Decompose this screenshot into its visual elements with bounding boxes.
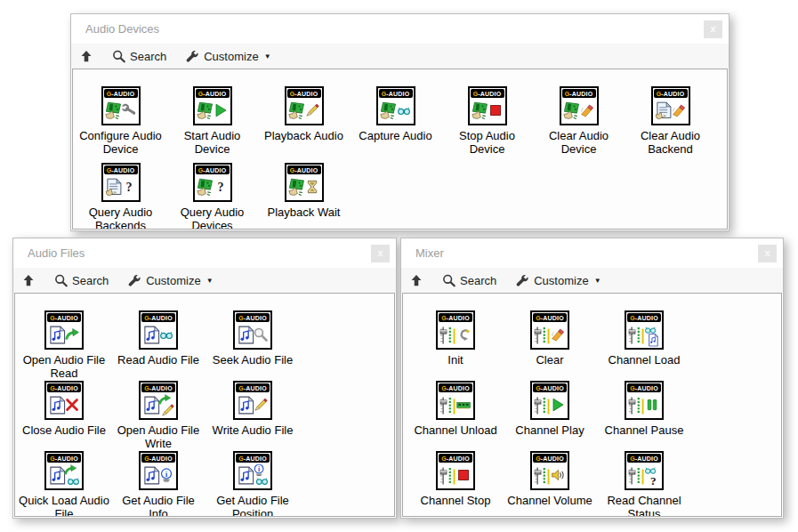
g-audio-band: G-AUDIO xyxy=(104,165,138,174)
palette-item-playback-wait[interactable]: G-AUDIOPlayback Wait xyxy=(258,163,350,230)
palette-item-label: Query Audio Backends xyxy=(75,206,166,230)
customize-button[interactable]: Customize ▼ xyxy=(128,274,213,287)
palette-item-read-audio-file[interactable]: G-AUDIORead Audio File xyxy=(111,310,206,381)
search-button[interactable]: Search xyxy=(442,274,496,287)
window-title: Mixer xyxy=(415,246,758,260)
palette-item-channel-volume[interactable]: G-AUDIOChannel Volume xyxy=(503,451,597,517)
up-arrow-icon xyxy=(22,274,35,286)
chevron-down-icon: ▼ xyxy=(594,277,601,285)
chevron-down-icon: ▼ xyxy=(206,277,214,285)
g-audio-band: G-AUDIO xyxy=(471,89,504,98)
palette-grid: G-AUDIOInitG-AUDIOClearG-AUDIOChannel Lo… xyxy=(403,294,781,517)
palette-item-channel-load[interactable]: G-AUDIOChannel Load xyxy=(597,310,691,381)
palette-item-query-audio-backends[interactable]: G-AUDIOQuery Audio Backends xyxy=(75,163,166,230)
titlebar[interactable]: Audio Devices x xyxy=(71,14,729,44)
up-button[interactable] xyxy=(80,50,93,62)
titlebar[interactable]: Mixer x xyxy=(401,238,783,268)
vi-icon-speaker: G-AUDIO xyxy=(101,86,141,125)
g-audio-band: G-AUDIO xyxy=(533,383,567,392)
palette-item-get-audio-file-position[interactable]: G-AUDIOGet Audio File Position xyxy=(206,451,300,517)
customize-button[interactable]: Customize ▼ xyxy=(186,50,270,63)
g-audio-band: G-AUDIO xyxy=(236,454,270,463)
playback-wait-icon xyxy=(287,175,321,199)
g-audio-band: G-AUDIO xyxy=(47,383,81,392)
palette-item-playback-audio[interactable]: G-AUDIOPlayback Audio xyxy=(258,86,350,163)
palette-item-seek-audio-file[interactable]: G-AUDIOSeek Audio File xyxy=(206,310,300,381)
palette-grid: G-AUDIOConfigure Audio DeviceG-AUDIOStar… xyxy=(73,69,727,230)
vi-icon-fader: G-AUDIO xyxy=(436,310,475,350)
palette-content: G-AUDIOOpen Audio File ReadG-AUDIORead A… xyxy=(14,293,395,517)
palette-item-label: Playback Audio xyxy=(263,129,344,142)
up-button[interactable] xyxy=(22,274,35,286)
palette-item-clear-audio-backend[interactable]: G-AUDIOClear Audio Backend xyxy=(625,86,716,163)
vi-icon-speaker: G-AUDIO xyxy=(468,86,507,125)
seek-audio-file-icon xyxy=(236,323,270,347)
close-icon[interactable]: x xyxy=(704,20,722,38)
init-icon xyxy=(439,323,472,347)
vi-icon-speaker: G-AUDIO xyxy=(376,86,415,125)
g-audio-band: G-AUDIO xyxy=(287,165,321,174)
palette-item-read-channel-status[interactable]: G-AUDIORead Channel Status xyxy=(597,451,691,517)
vi-icon-musicfile: G-AUDIO xyxy=(233,310,272,350)
toolbar: Search Customize ▼ xyxy=(13,268,396,293)
g-audio-band: G-AUDIO xyxy=(196,165,230,174)
g-audio-band: G-AUDIO xyxy=(627,383,661,392)
read-audio-file-icon xyxy=(141,323,175,347)
toolbar: Search Customize ▼ xyxy=(71,44,729,69)
palette-item-init[interactable]: G-AUDIOInit xyxy=(408,310,503,381)
palette-item-label: Channel Unload xyxy=(413,423,497,437)
wrench-icon xyxy=(516,274,529,287)
palette-item-configure-audio-device[interactable]: G-AUDIOConfigure Audio Device xyxy=(75,86,166,163)
up-button[interactable] xyxy=(410,274,423,286)
write-audio-file-icon xyxy=(236,393,270,417)
vi-icon-musicfile: G-AUDIO xyxy=(233,381,272,420)
palette-item-query-audio-devices[interactable]: G-AUDIOQuery Audio Devices xyxy=(166,163,258,230)
g-audio-band: G-AUDIO xyxy=(141,313,175,322)
titlebar[interactable]: Audio Files x xyxy=(13,238,396,268)
start-audio-device-icon xyxy=(196,99,230,123)
palette-item-label: Open Audio File Write xyxy=(111,423,206,451)
search-button[interactable]: Search xyxy=(112,50,166,63)
palette-item-get-audio-file-info[interactable]: G-AUDIOGet Audio File Info xyxy=(111,451,206,517)
vi-icon-musicfile: G-AUDIO xyxy=(233,451,272,490)
palette-content: G-AUDIOInitG-AUDIOClearG-AUDIOChannel Lo… xyxy=(402,293,782,517)
palette-item-quick-load-audio-file[interactable]: G-AUDIOQuick Load Audio File xyxy=(17,451,111,517)
close-icon[interactable]: x xyxy=(371,245,390,262)
desktop: Audio Devices x Search Customize ▼ G-AUD… xyxy=(0,0,798,532)
palette-item-channel-pause[interactable]: G-AUDIOChannel Pause xyxy=(597,381,691,451)
palette-item-write-audio-file[interactable]: G-AUDIOWrite Audio File xyxy=(206,381,300,451)
query-audio-devices-icon xyxy=(196,175,230,199)
palette-item-clear[interactable]: G-AUDIOClear xyxy=(503,310,597,381)
close-icon[interactable]: x xyxy=(758,245,777,262)
palette-item-label: Get Audio File Info xyxy=(111,494,206,517)
vi-icon-fader: G-AUDIO xyxy=(625,451,664,490)
palette-item-channel-stop[interactable]: G-AUDIOChannel Stop xyxy=(408,451,503,517)
search-button[interactable]: Search xyxy=(54,274,109,287)
search-icon xyxy=(54,274,68,287)
clear-icon xyxy=(533,323,567,347)
customize-button[interactable]: Customize ▼ xyxy=(516,274,601,287)
vi-icon-musicfile: G-AUDIO xyxy=(139,381,178,420)
configure-audio-device-icon xyxy=(104,99,138,123)
palette-item-channel-play[interactable]: G-AUDIOChannel Play xyxy=(503,381,597,451)
vi-icon-docspeaker: G-AUDIO xyxy=(651,86,690,125)
palette-item-channel-unload[interactable]: G-AUDIOChannel Unload xyxy=(408,381,503,451)
vi-icon-speaker: G-AUDIO xyxy=(285,163,324,202)
palette-grid: G-AUDIOOpen Audio File ReadG-AUDIORead A… xyxy=(15,294,394,517)
palette-item-clear-audio-device[interactable]: G-AUDIOClear Audio Device xyxy=(533,86,625,163)
toolbar: Search Customize ▼ xyxy=(401,268,783,293)
palette-item-label: Quick Load Audio File xyxy=(17,494,111,517)
palette-item-label: Init xyxy=(447,353,463,367)
vi-icon-musicfile: G-AUDIO xyxy=(44,310,84,350)
g-audio-band: G-AUDIO xyxy=(533,313,567,322)
palette-item-capture-audio[interactable]: G-AUDIOCapture Audio xyxy=(350,86,441,163)
palette-item-close-audio-file[interactable]: G-AUDIOClose Audio File xyxy=(17,381,111,451)
palette-item-open-audio-file-read[interactable]: G-AUDIOOpen Audio File Read xyxy=(17,310,111,381)
palette-item-start-audio-device[interactable]: G-AUDIOStart Audio Device xyxy=(166,86,258,163)
query-audio-backends-icon xyxy=(104,175,138,199)
g-audio-band: G-AUDIO xyxy=(439,383,472,392)
palette-item-stop-audio-device[interactable]: G-AUDIOStop Audio Device xyxy=(441,86,533,163)
vi-icon-fader: G-AUDIO xyxy=(625,310,664,350)
channel-unload-icon xyxy=(439,393,472,417)
palette-item-open-audio-file-write[interactable]: G-AUDIOOpen Audio File Write xyxy=(111,381,206,451)
